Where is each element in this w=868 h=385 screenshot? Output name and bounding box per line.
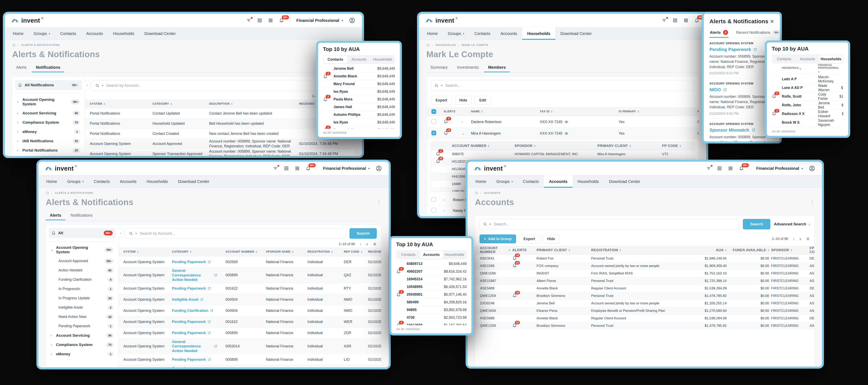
table-row[interactable]: Portal Notifications Contact Created New… — [85, 129, 354, 139]
tab-alerts[interactable]: Alerts3 — [709, 28, 728, 38]
apps-grid-icon[interactable] — [717, 166, 722, 171]
tab[interactable]: Investments — [453, 63, 483, 72]
account-row[interactable]: QWE1259 10 Brooklyn Simmons Personal Tru… — [475, 322, 814, 330]
column-header[interactable]: SPONSOR — [771, 248, 808, 252]
list-item[interactable]: Iva Ryan $9,648,449 — [323, 88, 395, 96]
invent-logo[interactable]: invent® — [12, 18, 43, 24]
segment-tab[interactable]: Households — [371, 56, 394, 63]
sidebar-item-all[interactable]: All 99+ — [49, 228, 116, 238]
sidebar-item[interactable]: Funding Clarification 9 — [49, 275, 116, 284]
kebab-menu-icon[interactable]: ⋮ — [810, 200, 815, 205]
column-header[interactable]: SPONSOR NAME — [266, 250, 305, 254]
advanced-search-link[interactable]: Advanced Search› — [774, 222, 810, 227]
category-link[interactable]: Pending Paperwork — [172, 357, 223, 362]
close-icon[interactable]: ✕ — [770, 19, 774, 24]
tab[interactable]: Notifications — [32, 63, 64, 72]
filter-icon[interactable] — [706, 166, 711, 171]
kebab-menu-icon[interactable]: ⋮ — [377, 200, 381, 205]
columns-icon[interactable] — [373, 242, 377, 246]
nav-item[interactable]: Home — [41, 175, 62, 188]
segment-tab[interactable]: Accounts — [420, 251, 443, 259]
sidebar-item[interactable]: Need Action Now 28 — [49, 312, 116, 322]
member-row[interactable]: 13 ⌄ Mira A Hanningem XXX-XX-7245 Yes Wi… — [427, 128, 699, 139]
sidebar-item[interactable]: › Account Servicing 96 — [49, 331, 116, 340]
role-dropdown[interactable]: Financial Professional▾ — [296, 18, 343, 23]
list-item[interactable]: 3 29345901 $5,977,146.40 — [396, 291, 467, 298]
column-header[interactable]: REGISTRATION — [307, 250, 342, 254]
eye-icon[interactable] — [564, 120, 568, 124]
list-item[interactable]: 94855 $3,892,678.68 — [396, 306, 467, 314]
account-row[interactable]: ASE5689 Annette Black Regular Client Acc… — [475, 285, 814, 292]
list-item[interactable]: 10548955 $6,426,571.53 — [396, 283, 467, 291]
column-header[interactable]: REP CODE — [344, 250, 366, 254]
avatar-icon[interactable] — [376, 165, 382, 171]
dashboard-icon[interactable] — [728, 166, 733, 171]
sidebar-item[interactable]: ›eMoney1 — [15, 127, 82, 136]
category-link[interactable]: Funding Clarification — [172, 309, 223, 313]
invent-logo[interactable]: invent® — [426, 18, 458, 24]
account-row[interactable]: QWE1259 10 Brooklyn Simmons Personal Tru… — [475, 292, 814, 300]
nav-item[interactable]: Contacts — [518, 175, 544, 188]
home-icon[interactable] — [12, 43, 16, 47]
avatar-icon[interactable] — [809, 165, 815, 171]
next-page-button[interactable]: › — [800, 236, 801, 241]
table-row[interactable]: Account Opening System General Correspon… — [119, 365, 381, 367]
dashboard-icon[interactable] — [295, 166, 300, 171]
sidebar-collapse-button[interactable]: ‹ — [118, 229, 124, 237]
nav-item[interactable]: Groups▾ — [29, 27, 55, 40]
segment-tab[interactable]: Accounts — [347, 56, 371, 63]
list-item[interactable]: 3 Redisson X X Esther Howard $1,100,000.… — [772, 110, 843, 119]
list-item[interactable]: Jerome Bell $9,648,449 — [323, 65, 395, 72]
search-input[interactable] — [106, 83, 347, 88]
edit-button[interactable]: Edit — [475, 96, 491, 105]
member-row[interactable]: 3 › Darlene Robertson XXX-XX-7245 Yes Pr… — [427, 116, 699, 128]
alert-link[interactable]: NIGO — [709, 87, 774, 92]
account-row[interactable]: ASE5689 Annette Black Regular Client Acc… — [475, 315, 814, 322]
column-header[interactable]: SYSTEM — [123, 250, 170, 254]
list-item[interactable]: 2 Rolfe, Scott Cody Fisher $1,100,000.00 — [772, 92, 843, 101]
account-row[interactable]: QWE1658 Eleanor Pena Employee Benefit or… — [475, 307, 814, 315]
nav-item[interactable]: Households — [522, 27, 555, 40]
list-item[interactable]: Mary Freund $9,648,449 — [323, 80, 395, 88]
column-header[interactable]: AUA — [694, 144, 695, 148]
nav-item[interactable]: Households — [572, 175, 604, 188]
home-icon[interactable] — [46, 191, 49, 195]
table-row[interactable]: Account Opening System Pending Paperwork… — [119, 354, 381, 365]
dashboard-icon[interactable] — [684, 18, 688, 23]
home-icon[interactable] — [475, 191, 478, 195]
row-checkbox[interactable] — [431, 197, 436, 202]
table-row[interactable]: Account Opening System Sponsor Transacti… — [85, 149, 354, 156]
nav-item[interactable]: Contacts — [469, 27, 495, 40]
category-link[interactable]: Pending Paperwork — [172, 320, 223, 324]
eye-icon[interactable] — [564, 132, 568, 135]
search-button[interactable]: Search — [349, 228, 377, 239]
notifications-bell-icon[interactable]: 99+ — [739, 166, 744, 171]
list-item[interactable]: 2 10612658 $1,157,760.54 — [396, 322, 467, 325]
column-header[interactable]: IS PRIMARY — [619, 109, 695, 114]
list-item[interactable]: 2 Savannah Nguyen $9,648,449 — [323, 126, 395, 129]
sidebar-item[interactable]: Account Approved 99+ — [49, 256, 116, 266]
column-header[interactable]: SYSTEM — [90, 102, 151, 106]
search-scope-caret[interactable]: ▾ — [441, 84, 442, 87]
list-item[interactable]: 3 Paula Mora $9,648,449 — [323, 96, 395, 103]
category-link[interactable]: Pending Paperwork — [172, 331, 223, 335]
sidebar-item[interactable]: Ineligible Asset 2 — [49, 303, 116, 312]
hide-button[interactable]: Hide — [542, 234, 560, 243]
sidebar-item[interactable]: ›System Notifications45 — [15, 155, 82, 156]
column-header[interactable]: SPONSOR — [515, 144, 595, 148]
table-row[interactable]: Account Opening System Account Approved … — [85, 139, 354, 149]
account-row[interactable]: ASE1589 10 FOX company Account owned joi… — [475, 262, 814, 270]
nav-item[interactable]: Groups▾ — [62, 175, 89, 188]
add-to-group-button[interactable]: +Add to Group — [479, 234, 516, 243]
row-checkbox[interactable] — [431, 119, 436, 124]
sidebar-item[interactable]: Action Needed 80 — [49, 266, 116, 275]
invent-logo[interactable]: invent® — [474, 165, 506, 171]
sidebar-item[interactable]: In Progress Update 29 — [49, 294, 116, 303]
column-header[interactable]: FUNDS AVAILABLE — [733, 248, 769, 252]
notifications-bell-icon[interactable]: 99+ — [306, 166, 311, 171]
table-row[interactable]: Account Opening System General Correspon… — [119, 267, 381, 283]
apps-grid-icon[interactable] — [673, 18, 678, 23]
search-input[interactable] — [140, 231, 342, 236]
category-link[interactable]: Pending Paperwork — [172, 286, 223, 291]
list-item[interactable]: Rolfe, John Jerome Bell $1,100,000.00 — [772, 101, 843, 110]
